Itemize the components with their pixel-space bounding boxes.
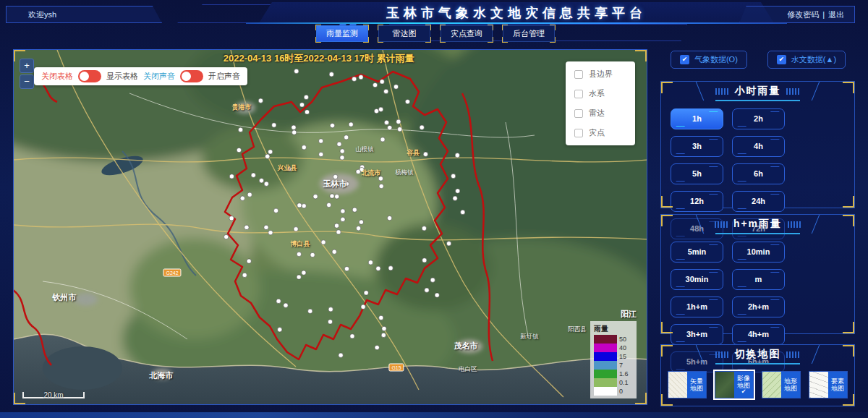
rain-station-marker[interactable] bbox=[337, 142, 341, 146]
rain-station-marker[interactable] bbox=[350, 334, 354, 338]
rain-station-marker[interactable] bbox=[379, 184, 383, 188]
rain-station-marker[interactable] bbox=[278, 328, 282, 332]
rain-station-marker[interactable] bbox=[330, 194, 334, 198]
rain-station-marker[interactable] bbox=[229, 216, 234, 221]
weather-data-checkbox[interactable]: ✔ 气象数据(O) bbox=[671, 51, 747, 69]
rain-station-marker[interactable] bbox=[405, 99, 409, 103]
tile-terrain-map[interactable]: 地形地图 bbox=[762, 371, 801, 398]
rain-station-marker[interactable] bbox=[244, 225, 249, 229]
rain-station-marker[interactable] bbox=[247, 192, 252, 197]
checkbox-icon[interactable] bbox=[574, 70, 583, 79]
rain-station-marker[interactable] bbox=[388, 266, 393, 270]
sound-toggle[interactable] bbox=[180, 70, 203, 82]
rain-station-marker[interactable] bbox=[387, 216, 391, 220]
checkbox-icon[interactable] bbox=[574, 109, 583, 118]
button-10min[interactable]: 10min bbox=[732, 242, 785, 263]
rain-station-marker[interactable] bbox=[292, 130, 297, 135]
rain-station-marker[interactable] bbox=[341, 217, 345, 221]
rain-station-marker[interactable] bbox=[368, 260, 373, 265]
layer-county-boundary[interactable]: 县边界 bbox=[574, 69, 626, 80]
button-4h-m[interactable]: 4h+m bbox=[732, 324, 785, 345]
rain-station-marker[interactable] bbox=[461, 210, 465, 214]
rain-station-marker[interactable] bbox=[229, 174, 234, 179]
rain-station-marker[interactable] bbox=[382, 326, 386, 330]
rain-station-marker[interactable] bbox=[264, 182, 268, 186]
rain-station-marker[interactable] bbox=[422, 226, 426, 231]
rain-station-marker[interactable] bbox=[349, 122, 353, 127]
rain-station-marker[interactable] bbox=[344, 135, 349, 140]
rain-station-marker[interactable] bbox=[376, 266, 380, 270]
rain-station-marker[interactable] bbox=[420, 125, 424, 129]
rain-station-marker[interactable] bbox=[313, 195, 318, 199]
rain-station-marker[interactable] bbox=[327, 202, 331, 207]
rain-station-marker[interactable] bbox=[264, 225, 268, 229]
rain-station-marker[interactable] bbox=[332, 249, 336, 254]
rain-station-marker[interactable] bbox=[425, 288, 429, 292]
rain-station-marker[interactable] bbox=[446, 242, 451, 246]
satellite-map[interactable]: 2022-04-13 16时至2022-04-13 17时 累计雨量 + − 关… bbox=[13, 49, 647, 405]
rain-station-marker[interactable] bbox=[319, 152, 323, 156]
rain-station-marker[interactable] bbox=[341, 209, 345, 213]
rain-station-marker[interactable] bbox=[423, 152, 427, 156]
button-3h-m[interactable]: 3h+m bbox=[671, 324, 723, 345]
rain-station-marker[interactable] bbox=[335, 195, 339, 199]
tile-element-map[interactable]: 要素地图 bbox=[809, 371, 848, 398]
tile-vector-map[interactable]: 矢量地图 bbox=[668, 371, 707, 398]
rain-station-marker[interactable] bbox=[268, 231, 273, 235]
checked-checkbox-icon[interactable]: ✔ bbox=[680, 55, 689, 64]
logout-link[interactable]: 退出 bbox=[828, 9, 844, 20]
rain-station-marker[interactable] bbox=[265, 154, 270, 158]
change-password-link[interactable]: 修改密码 bbox=[787, 9, 819, 20]
rain-station-marker[interactable] bbox=[340, 149, 344, 153]
rain-station-marker[interactable] bbox=[393, 85, 398, 89]
rain-station-marker[interactable] bbox=[302, 145, 306, 150]
rain-station-marker[interactable] bbox=[238, 127, 242, 132]
tab-admin[interactable]: 后台管理 bbox=[503, 25, 555, 42]
rain-station-marker[interactable] bbox=[247, 259, 251, 263]
button-1h-m[interactable]: 1h+m bbox=[671, 297, 723, 317]
button-30min[interactable]: 30min bbox=[671, 269, 723, 290]
rain-station-marker[interactable] bbox=[396, 119, 401, 124]
checkbox-icon[interactable] bbox=[574, 90, 583, 98]
button-m[interactable]: m bbox=[732, 269, 785, 290]
rain-station-marker[interactable] bbox=[304, 95, 308, 99]
rain-station-marker[interactable] bbox=[305, 110, 309, 114]
rain-station-marker[interactable] bbox=[380, 137, 385, 142]
zoom-out-button[interactable]: − bbox=[20, 74, 34, 89]
rain-station-marker[interactable] bbox=[375, 345, 379, 349]
rain-station-marker[interactable] bbox=[259, 179, 263, 183]
hydrology-data-checkbox[interactable]: ✔ 水文数据(▲) bbox=[767, 51, 846, 69]
rain-station-marker[interactable] bbox=[302, 204, 306, 208]
checkbox-icon[interactable] bbox=[574, 129, 583, 137]
rain-station-marker[interactable] bbox=[455, 153, 459, 158]
rain-station-marker[interactable] bbox=[276, 299, 281, 303]
rain-station-marker[interactable] bbox=[456, 189, 460, 193]
rain-station-marker[interactable] bbox=[336, 230, 341, 234]
layer-disaster-point[interactable]: 灾点 bbox=[574, 127, 626, 138]
rain-station-marker[interactable] bbox=[379, 315, 383, 320]
rain-station-marker[interactable] bbox=[299, 103, 304, 107]
button-3h[interactable]: 3h bbox=[671, 136, 723, 157]
button-5h[interactable]: 5h bbox=[671, 163, 723, 184]
layer-radar[interactable]: 雷达 bbox=[574, 108, 626, 119]
rain-station-marker[interactable] bbox=[242, 273, 247, 277]
rain-station-marker[interactable] bbox=[339, 353, 343, 357]
layer-water-system[interactable]: 水系 bbox=[574, 88, 626, 99]
button-4h[interactable]: 4h bbox=[732, 136, 785, 157]
rain-station-marker[interactable] bbox=[319, 139, 323, 143]
zoom-in-button[interactable]: + bbox=[20, 59, 34, 73]
tab-radar[interactable]: 雷达图 bbox=[378, 25, 430, 42]
tab-rain-monitor[interactable]: 雨量监测 bbox=[316, 25, 368, 42]
rain-station-marker[interactable] bbox=[453, 196, 457, 200]
rain-station-marker[interactable] bbox=[258, 98, 263, 103]
rain-station-marker[interactable] bbox=[328, 320, 332, 324]
rain-station-marker[interactable] bbox=[384, 89, 388, 93]
rain-station-marker[interactable] bbox=[435, 293, 439, 297]
rain-station-marker[interactable] bbox=[352, 77, 357, 81]
rain-station-marker[interactable] bbox=[422, 258, 427, 263]
rain-station-marker[interactable] bbox=[240, 196, 244, 200]
rain-station-marker[interactable] bbox=[364, 291, 368, 295]
button-2h[interactable]: 2h bbox=[732, 108, 785, 129]
tab-disaster-query[interactable]: 灾点查询 bbox=[441, 25, 493, 42]
rain-station-marker[interactable] bbox=[308, 309, 312, 313]
